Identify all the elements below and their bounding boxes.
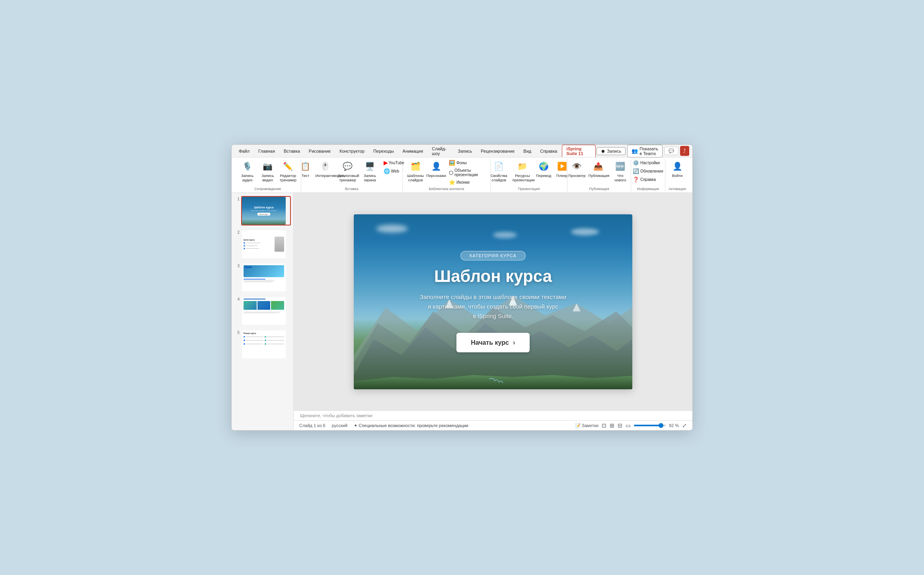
ribbon-content: 🎙️ Запись аудио 📷 Запись видео ✏️ Редакт… <box>232 157 692 192</box>
slide-canvas-area: КАТЕГОРИЯ КУРСА Шаблон курса Заполните с… <box>294 193 692 430</box>
tab-draw[interactable]: Рисование <box>305 145 335 157</box>
tab-record[interactable]: Запись <box>454 145 476 157</box>
backgrounds-icon: 🖼️ <box>449 160 455 166</box>
zoom-track <box>634 425 661 426</box>
btn-personazhi[interactable]: 👤 Персонажи <box>427 159 446 179</box>
slide-img-1: Шаблон курса Заполните слайды в этом шаб… <box>241 196 291 225</box>
btn-svoystva[interactable]: 📄 Свойства слайдов <box>488 159 510 183</box>
screen-record-icon: 🖥️ <box>364 160 376 173</box>
cta-label: Начать курс <box>471 339 509 346</box>
group-soprovozhdenie-label: Сопровождение <box>254 187 281 192</box>
tab-review[interactable]: Рецензирование <box>477 145 519 157</box>
tab-home[interactable]: Главная <box>254 145 279 157</box>
resources-icon: 📁 <box>516 160 529 173</box>
objects-icon: ⬡ <box>449 170 453 176</box>
settings-icon: ⚙️ <box>633 160 639 166</box>
main-area: 1 Шаблон курса Заполните слайды в этом ш… <box>232 193 692 430</box>
ribbon: Файл Главная Вставка Рисование Конструкт… <box>232 145 692 193</box>
web-icon: 🌐 <box>384 168 390 174</box>
btn-zapis-video[interactable]: 📷 Запись видео <box>258 159 277 183</box>
btn-web[interactable]: 🌐 Web <box>382 167 406 175</box>
tab-file[interactable]: Файл <box>235 145 253 157</box>
slide-thumb-3[interactable]: 3 <box>233 262 292 293</box>
btn-fony[interactable]: 🖼️ Фоны <box>447 159 487 167</box>
group-vstavka-items: 📋 Тест 🖱️ Интерактивность 💬 Диалоговый т… <box>298 159 406 187</box>
btn-test[interactable]: 📋 Тест <box>298 159 314 179</box>
teams-top-button[interactable]: 👥 Показать в Teams <box>627 145 663 157</box>
comment-icon: 💬 <box>669 148 674 153</box>
notes-bar[interactable]: Щелкните, чтобы добавить заметки <box>294 410 692 420</box>
btn-chto-novogo[interactable]: 🆕 Что нового <box>610 159 630 183</box>
record-top-button[interactable]: ⏺ Запись <box>597 147 626 155</box>
btn-zapis-audio[interactable]: 🎙️ Запись аудио <box>238 159 257 183</box>
slide-img-4 <box>241 296 291 326</box>
tab-design[interactable]: Конструктор <box>335 145 368 157</box>
group-prezentatsiya-label: Презентация <box>518 187 540 192</box>
btn-interaktivnost[interactable]: 🖱️ Интерактивность <box>315 159 336 179</box>
tab-transitions[interactable]: Переходы <box>369 145 398 157</box>
tab-ispring[interactable]: iSpring Suite 11 <box>562 145 596 157</box>
group-publikatsiya-items: 👁️ Просмотр 📤 Публикация 🆕 Что нового <box>568 159 630 187</box>
view-reader-icon[interactable]: ⊟ <box>618 422 622 429</box>
tab-insert[interactable]: Вставка <box>280 145 304 157</box>
slides-panel: 1 Шаблон курса Заполните слайды в этом ш… <box>232 193 294 430</box>
tab-help[interactable]: Справка <box>536 145 561 157</box>
btn-publikatsiya[interactable]: 📤 Публикация <box>588 159 608 179</box>
group-informatsiya-items: ⚙️ Настройки 🔄 Обновления ❓ Справка <box>631 159 665 187</box>
view-presenter-icon[interactable]: ▭ <box>626 422 631 429</box>
zoom-percent: 92 % <box>669 423 679 428</box>
btn-obnovleniya[interactable]: 🔄 Обновления <box>631 167 665 175</box>
status-bar-right: 📝 Заметки ⊡ ⊞ ⊟ ▭ 92 % ⤢ <box>575 422 687 429</box>
group-vstavka: 📋 Тест 🖱️ Интерактивность 💬 Диалоговый т… <box>301 159 403 192</box>
btn-resursy[interactable]: 📁 Ресурсы презентации <box>511 159 533 183</box>
comment-top-button[interactable]: 💬 <box>664 147 678 155</box>
tab-animation[interactable]: Анимация <box>399 145 427 157</box>
fit-icon[interactable]: ⤢ <box>682 422 687 429</box>
editor-icon: ✏️ <box>282 160 294 173</box>
accessibility-label[interactable]: ✦ Специальные возможности: проверьте рек… <box>354 423 468 428</box>
slide-num-3: 3 <box>234 264 240 268</box>
btn-redaktor[interactable]: ✏️ Редактор тренажер <box>279 159 297 183</box>
btn-dialogoviy[interactable]: 💬 Диалоговый тренажер <box>337 159 358 183</box>
btn-zapis-ekrana[interactable]: 🖥️ Запись экрана <box>360 159 380 183</box>
slide-canvas-wrapper[interactable]: КАТЕГОРИЯ КУРСА Шаблон курса Заполните с… <box>294 193 692 410</box>
notes-btn[interactable]: 📝 Заметки <box>575 423 598 428</box>
btn-prosmotr[interactable]: 👁️ Просмотр <box>568 159 587 179</box>
ribbon-tabs-bar: Файл Главная Вставка Рисование Конструкт… <box>232 145 692 157</box>
slide-thumb-4[interactable]: 4 <box>233 295 292 326</box>
group-aktivatsiya-items: 👤 Войти <box>669 159 685 187</box>
publish-icon: 📤 <box>592 160 604 173</box>
slide-thumb-5[interactable]: 5 Режим курса <box>233 329 292 360</box>
slide-thumb-1[interactable]: 1 Шаблон курса Заполните слайды в этом ш… <box>233 195 292 226</box>
btn-obekty[interactable]: ⬡ Объекты презентации <box>447 167 487 178</box>
share-top-button[interactable]: ⤴ <box>680 146 689 156</box>
view-normal-icon[interactable]: ⊡ <box>602 422 606 429</box>
test-icon: 📋 <box>299 160 312 173</box>
cta-button[interactable]: Начать курс › <box>456 333 530 352</box>
btn-ikonki[interactable]: ⭐ Иконки <box>447 179 487 186</box>
view-grid-icon[interactable]: ⊞ <box>610 422 614 429</box>
btn-spravka[interactable]: ❓ Справка <box>631 176 665 183</box>
main-slide: КАТЕГОРИЯ КУРСА Шаблон курса Заполните с… <box>354 214 632 389</box>
btn-youtube[interactable]: ▶ YouTube <box>382 159 406 167</box>
user-icon: 👤 <box>671 160 684 173</box>
templates-icon: 🗂️ <box>409 160 422 173</box>
characters-icon: 👤 <box>430 160 443 173</box>
btn-shablony[interactable]: 🗂️ Шаблоны слайдов <box>406 159 425 183</box>
zoom-slider[interactable] <box>634 425 666 426</box>
tab-view[interactable]: Вид <box>519 145 535 157</box>
slide-num-5: 5 <box>234 330 240 335</box>
btn-perevod[interactable]: 🌍 Перевод <box>535 159 552 179</box>
slide-thumb-2[interactable]: 2 Цели курса <box>233 229 292 260</box>
group-aktivatsiya: 👤 Войти Активация <box>665 159 689 192</box>
icons-icon: ⭐ <box>449 179 455 185</box>
group-biblioteka-label: Библиотека контента <box>429 187 464 192</box>
slide-num-2: 2 <box>234 230 240 235</box>
group-publikatsiya-label: Публикация <box>589 187 609 192</box>
btn-nastroyki[interactable]: ⚙️ Настройки <box>631 159 665 167</box>
notes-placeholder: Щелкните, чтобы добавить заметки <box>300 413 372 418</box>
notes-icon: 📝 <box>575 423 581 428</box>
youtube-icon: ▶ <box>384 160 388 166</box>
tab-slideshow[interactable]: Слайд-шоу <box>428 145 453 157</box>
btn-voyti[interactable]: 👤 Войти <box>669 159 685 179</box>
